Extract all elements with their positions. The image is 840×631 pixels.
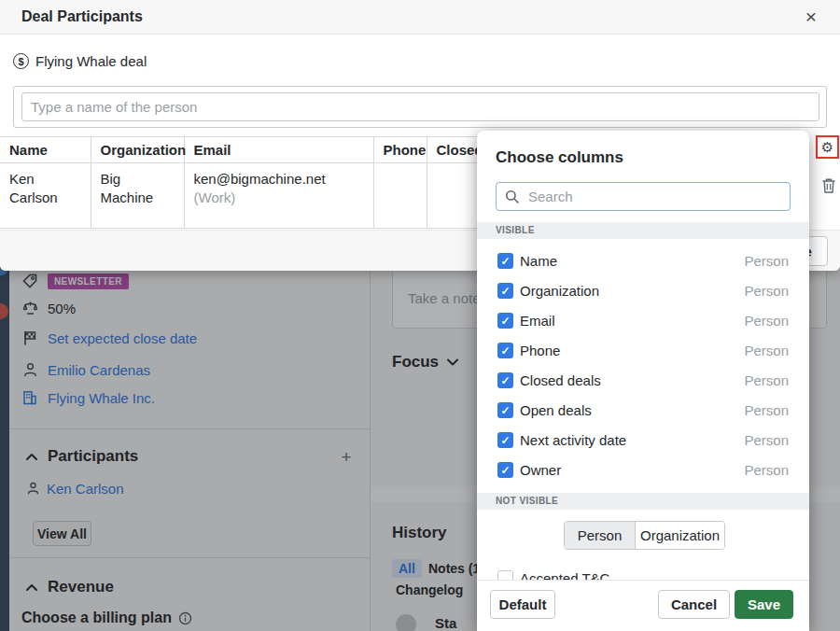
column-option-label: Name — [520, 253, 557, 269]
column-option-group: Person — [744, 462, 789, 478]
cancel-button[interactable]: Cancel — [658, 590, 730, 619]
column-option-label: Phone — [520, 343, 560, 358]
column-option-label: Closed deals — [520, 372, 601, 388]
column-option-label: Organization — [520, 283, 599, 299]
checkbox-checked-icon[interactable]: ✓ — [497, 372, 513, 388]
deal-dollar-icon: $ — [13, 53, 29, 69]
modal-header: Deal Participants × — [0, 0, 840, 35]
app-screen: NEWSLETTER 50% Set expected close date E… — [0, 0, 840, 631]
column-option-name[interactable]: ✓ Name Person — [477, 246, 809, 276]
cell-phone — [373, 163, 427, 229]
email-type: (Work) — [194, 189, 236, 205]
trash-icon[interactable] — [819, 175, 838, 196]
column-option-group: Person — [744, 343, 789, 358]
close-icon[interactable]: × — [799, 5, 823, 29]
column-option-label: Open deals — [520, 402, 592, 418]
column-option-label: Next activity date — [520, 432, 626, 448]
email-value: ken@bigmachine.net — [194, 171, 326, 187]
column-option-organization[interactable]: ✓ Organization Person — [477, 276, 809, 306]
popup-footer: Default Cancel Save — [477, 580, 809, 631]
col-header-name[interactable]: Name — [0, 137, 91, 163]
default-button[interactable]: Default — [490, 590, 555, 619]
column-option-group: Person — [744, 313, 789, 329]
column-option-group: Person — [744, 372, 789, 388]
person-search-input[interactable] — [21, 92, 819, 121]
cell-organization: Big Machine — [91, 163, 184, 229]
modal-title: Deal Participants — [21, 8, 143, 25]
not-visible-section-header: NOT VISIBLE — [477, 493, 809, 510]
choose-columns-popup: Choose columns VISIBLE ✓ Name Person ✓ O… — [477, 131, 809, 631]
checkbox-checked-icon[interactable]: ✓ — [497, 432, 513, 448]
column-search-input[interactable] — [497, 183, 790, 210]
col-header-organization[interactable]: Organization — [91, 137, 184, 163]
column-option-owner[interactable]: ✓ Owner Person — [477, 456, 809, 485]
column-option-group: Person — [744, 402, 789, 418]
visible-section-header: VISIBLE — [477, 222, 809, 239]
save-button[interactable]: Save — [735, 590, 793, 619]
group-tabs: Person Organization — [564, 521, 725, 550]
deal-label: Flying Whale deal — [35, 53, 147, 69]
column-option-phone[interactable]: ✓ Phone Person — [477, 336, 809, 366]
tab-organization[interactable]: Organization — [636, 522, 724, 549]
column-option-group: Person — [744, 283, 789, 299]
deal-label-row: $ Flying Whale deal — [13, 53, 147, 69]
checkbox-checked-icon[interactable]: ✓ — [497, 462, 513, 478]
column-option-label: Email — [520, 313, 555, 329]
column-option-closed-deals[interactable]: ✓ Closed deals Person — [477, 366, 809, 396]
cell-name: Ken Carlson — [0, 163, 91, 229]
popup-title: Choose columns — [496, 148, 623, 167]
column-option-email[interactable]: ✓ Email Person — [477, 306, 809, 336]
column-option-group: Person — [744, 253, 789, 269]
col-header-email[interactable]: Email — [184, 137, 373, 163]
cell-email: ken@bigmachine.net (Work) — [184, 163, 373, 229]
column-option-group: Person — [744, 432, 789, 448]
checkbox-checked-icon[interactable]: ✓ — [497, 343, 513, 358]
checkbox-checked-icon[interactable]: ✓ — [497, 283, 513, 299]
gear-icon[interactable]: ⚙ — [816, 135, 839, 159]
col-header-phone[interactable]: Phone — [373, 137, 427, 163]
column-option-label: Owner — [520, 462, 561, 478]
person-search-container — [13, 86, 827, 128]
checkbox-checked-icon[interactable]: ✓ — [497, 313, 513, 329]
column-option-next-activity-date[interactable]: ✓ Next activity date Person — [477, 426, 809, 456]
checkbox-checked-icon[interactable]: ✓ — [497, 402, 513, 418]
checkbox-checked-icon[interactable]: ✓ — [497, 253, 513, 269]
column-search-container — [496, 182, 791, 211]
tab-person[interactable]: Person — [565, 522, 636, 549]
column-option-open-deals[interactable]: ✓ Open deals Person — [477, 396, 809, 426]
